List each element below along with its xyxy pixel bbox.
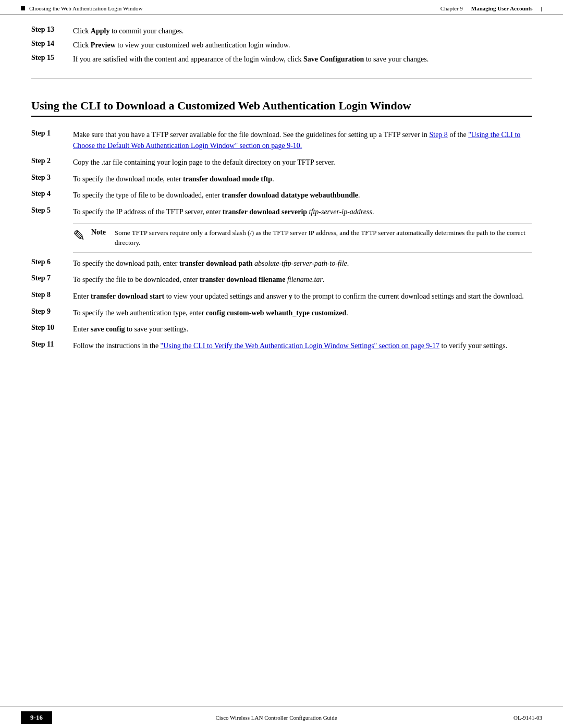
- step-6: Step 6 To specify the download path, ent…: [31, 258, 532, 269]
- header-left: Choosing the Web Authentication Login Wi…: [21, 5, 142, 11]
- note-label: Note: [91, 228, 115, 237]
- step-11: Step 11 Follow the instructions in the "…: [31, 340, 532, 352]
- header-right: Chapter 9 Managing User Accounts |: [440, 5, 542, 11]
- header-bullet: [21, 6, 25, 10]
- step-10: Step 10 Enter save config to save your s…: [31, 324, 532, 335]
- page-header: Choosing the Web Authentication Login Wi…: [0, 0, 563, 15]
- step-11-num: Step 11: [31, 340, 73, 349]
- note-text: Some TFTP servers require only a forward…: [115, 228, 532, 248]
- note-icon: ✎: [73, 229, 85, 243]
- step1-link2[interactable]: "Using the CLI to Choose the Default Web…: [73, 131, 520, 150]
- prev-step-15-content: If you are satisfied with the content an…: [73, 54, 532, 65]
- prev-step-14-content: Click Preview to view your customized we…: [73, 40, 532, 51]
- prev-step-13-content: Click Apply to commit your changes.: [73, 26, 532, 36]
- prev-step-15-label: Step 15: [31, 54, 73, 62]
- note-block: ✎ Note Some TFTP servers require only a …: [73, 223, 532, 253]
- footer-doc-num: OL-9141-03: [500, 714, 542, 721]
- prev-section: Step 13 Click Apply to commit your chang…: [31, 26, 532, 79]
- step-7-num: Step 7: [31, 274, 73, 282]
- step-8: Step 8 Enter transfer download start to …: [31, 291, 532, 302]
- step-9-num: Step 9: [31, 307, 73, 316]
- step-6-num: Step 6: [31, 258, 73, 266]
- step-4: Step 4 To specify the type of file to be…: [31, 190, 532, 201]
- prev-step-14: Step 14 Click Preview to view your custo…: [31, 40, 532, 51]
- step-9: Step 9 To specify the web authentication…: [31, 307, 532, 319]
- header-section-label: Choosing the Web Authentication Login Wi…: [29, 5, 142, 11]
- step-1-text: Make sure that you have a TFTP server av…: [73, 129, 532, 152]
- steps-section: Step 1 Make sure that you have a TFTP se…: [31, 129, 532, 352]
- step-4-text: To specify the type of file to be downlo…: [73, 190, 532, 201]
- step-2-num: Step 2: [31, 157, 73, 165]
- header-chapter: Chapter 9: [440, 5, 463, 11]
- prev-step-15: Step 15 If you are satisfied with the co…: [31, 54, 532, 65]
- step-5-text: To specify the IP address of the TFTP se…: [73, 206, 532, 218]
- header-title: Managing User Accounts: [471, 5, 533, 11]
- step-6-text: To specify the download path, enter tran…: [73, 258, 532, 269]
- step-1: Step 1 Make sure that you have a TFTP se…: [31, 129, 532, 152]
- page-number: 9-16: [21, 711, 52, 724]
- prev-step-14-label: Step 14: [31, 40, 73, 48]
- page-container: Choosing the Web Authentication Login Wi…: [0, 0, 563, 728]
- step-7-text: To specify the file to be downloaded, en…: [73, 274, 532, 286]
- step-1-num: Step 1: [31, 129, 73, 138]
- step-10-num: Step 10: [31, 324, 73, 332]
- step-7: Step 7 To specify the file to be downloa…: [31, 274, 532, 286]
- header-pipe: |: [541, 5, 542, 11]
- step-8-text: Enter transfer download start to view yo…: [73, 291, 532, 302]
- step-3-text: To specify the download mode, enter tran…: [73, 174, 532, 185]
- step-5-num: Step 5: [31, 206, 73, 215]
- step-5: Step 5 To specify the IP address of the …: [31, 206, 532, 218]
- prev-step-13-label: Step 13: [31, 26, 73, 34]
- step-4-num: Step 4: [31, 190, 73, 198]
- main-content: Step 13 Click Apply to commit your chang…: [0, 15, 563, 707]
- step11-link[interactable]: "Using the CLI to Verify the Web Authent…: [161, 342, 439, 350]
- step-10-text: Enter save config to save your settings.: [73, 324, 532, 335]
- footer-title: Cisco Wireless LAN Controller Configurat…: [52, 714, 500, 721]
- page-footer: 9-16 Cisco Wireless LAN Controller Confi…: [0, 707, 563, 728]
- step-8-num: Step 8: [31, 291, 73, 299]
- step-11-text: Follow the instructions in the "Using th…: [73, 340, 532, 352]
- step1-link1[interactable]: Step 8: [429, 131, 447, 139]
- pencil-icon: ✎: [73, 228, 85, 244]
- step-2: Step 2 Copy the .tar file containing you…: [31, 157, 532, 168]
- step-3: Step 3 To specify the download mode, ent…: [31, 174, 532, 185]
- prev-step-13: Step 13 Click Apply to commit your chang…: [31, 26, 532, 36]
- step-2-text: Copy the .tar file containing your login…: [73, 157, 532, 168]
- section-heading: Using the CLI to Download a Customized W…: [31, 94, 532, 117]
- step-9-text: To specify the web authentication type, …: [73, 307, 532, 319]
- step-3-num: Step 3: [31, 174, 73, 182]
